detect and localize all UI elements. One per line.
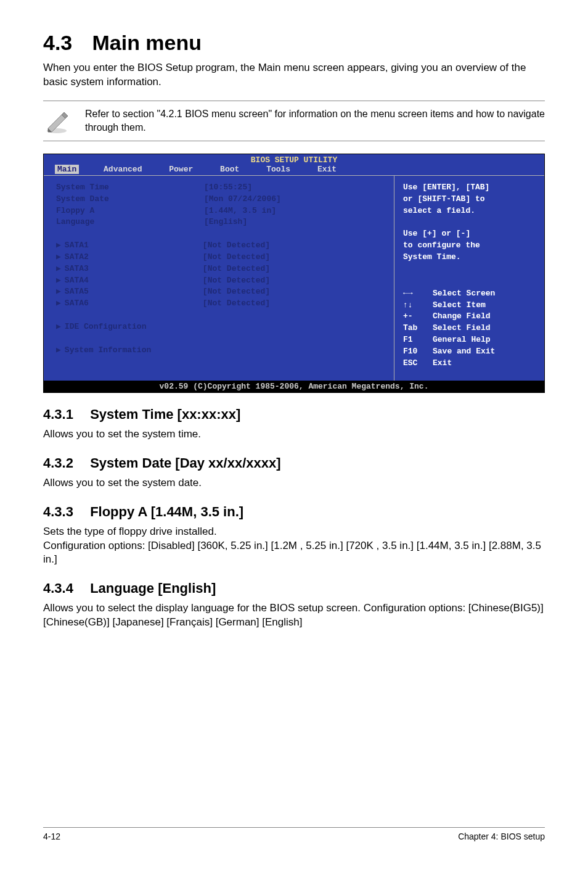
triangle-icon: ▶ [56, 345, 61, 355]
legend-desc: Select Item [433, 300, 486, 311]
legend-desc: Exit [433, 358, 452, 369]
sata-label[interactable]: SATA2 [65, 252, 203, 263]
triangle-icon: ▶ [56, 287, 61, 296]
field-label[interactable]: System Date [56, 194, 204, 205]
bios-help-text: Use [ENTER], [TAB] or [SHIFT-TAB] to sel… [403, 182, 536, 263]
section-number: 4.3 [43, 31, 86, 55]
bios-header: BIOS SETUP UTILITY [44, 154, 544, 165]
sata-label[interactable]: SATA6 [65, 298, 203, 310]
triangle-icon: ▶ [56, 252, 61, 262]
sata-value: [Not Detected] [203, 241, 270, 250]
legend-desc: Save and Exit [433, 346, 495, 358]
subsection-heading: 4.3.4 Language [English] [43, 580, 545, 596]
subsection-heading: 4.3.2 System Date [Day xx/xx/xxxx] [43, 455, 545, 471]
field-label[interactable]: System Time [56, 182, 204, 194]
legend-key: F1 [403, 334, 433, 346]
sata-value: [Not Detected] [203, 276, 270, 285]
subsection-number: 4.3.4 [43, 580, 86, 596]
subsection-title: System Date [Day xx/xx/xxxx] [90, 455, 280, 471]
pencil-icon [43, 107, 70, 134]
sata-value: [Not Detected] [203, 287, 270, 296]
sata-label[interactable]: SATA4 [65, 275, 203, 287]
bios-tab-tools[interactable]: Tools [264, 165, 293, 174]
triangle-icon: ▶ [56, 241, 61, 250]
submenu-sysinfo[interactable]: System Information [65, 345, 151, 355]
section-intro: When you enter the BIOS Setup program, t… [43, 61, 545, 89]
subsection-body: Allows you to select the display languag… [43, 601, 545, 630]
subsection-body: Allows you to set the system time. [43, 427, 545, 442]
subsection-title: Language [English] [90, 580, 216, 596]
triangle-icon: ▶ [56, 322, 61, 331]
legend-desc: Select Field [433, 323, 491, 334]
legend-key: Tab [403, 323, 433, 334]
field-value[interactable]: [Mon 07/24/2006] [204, 194, 281, 204]
bios-main-panel: System Time[10:55:25] System Date[Mon 07… [44, 176, 394, 381]
sata-value: [Not Detected] [203, 252, 270, 262]
legend-key: ←→ [403, 288, 433, 300]
chapter-label: Chapter 4: BIOS setup [458, 831, 545, 841]
sata-label[interactable]: SATA3 [65, 263, 203, 275]
note-text: Refer to section "4.2.1 BIOS menu screen… [85, 107, 545, 134]
subsection-number: 4.3.3 [43, 504, 86, 520]
field-value[interactable]: [English] [204, 217, 247, 226]
bios-tab-main[interactable]: Main [55, 165, 79, 174]
sata-label[interactable]: SATA5 [65, 286, 203, 298]
subsection-number: 4.3.1 [43, 406, 86, 423]
field-label[interactable]: Language [56, 217, 204, 228]
triangle-icon: ▶ [56, 276, 61, 285]
sata-label[interactable]: SATA1 [65, 240, 203, 252]
legend-desc: Select Screen [433, 288, 495, 300]
legend-key: +- [403, 311, 433, 323]
subsection-number: 4.3.2 [43, 455, 86, 471]
subsection-heading: 4.3.3 Floppy A [1.44M, 3.5 in.] [43, 504, 545, 520]
legend-desc: Change Field [433, 311, 491, 323]
triangle-icon: ▶ [56, 299, 61, 308]
bios-tab-boot[interactable]: Boot [218, 165, 242, 174]
bios-legend: ←→Select Screen ↑↓Select Item +-Change F… [403, 288, 536, 369]
subsection-body: Allows you to set the system date. [43, 476, 545, 490]
legend-key: F10 [403, 346, 433, 358]
bios-screen: BIOS SETUP UTILITY Main Advanced Power B… [43, 154, 545, 393]
field-label[interactable]: Floppy A [56, 205, 204, 217]
subsection-title: Floppy A [1.44M, 3.5 in.] [90, 504, 243, 519]
triangle-icon: ▶ [56, 264, 61, 273]
bios-tab-exit[interactable]: Exit [315, 165, 339, 174]
bios-footer: v02.59 (C)Copyright 1985-2006, American … [44, 381, 544, 392]
submenu-ide[interactable]: IDE Configuration [65, 322, 147, 331]
subsection-heading: 4.3.1 System Time [xx:xx:xx] [43, 406, 545, 423]
field-value[interactable]: [10:55:25] [204, 183, 252, 192]
bios-tab-advanced[interactable]: Advanced [101, 165, 144, 174]
legend-desc: General Help [433, 334, 491, 346]
page-number: 4-12 [43, 831, 60, 841]
bios-help-panel: Use [ENTER], [TAB] or [SHIFT-TAB] to sel… [394, 176, 544, 381]
legend-key: ↑↓ [403, 300, 433, 311]
section-heading: 4.3 Main menu [43, 31, 545, 55]
bios-tabs: Main Advanced Power Boot Tools Exit [44, 165, 544, 175]
note-box: Refer to section "4.2.1 BIOS menu screen… [43, 101, 545, 141]
bios-tab-power[interactable]: Power [166, 165, 195, 174]
subsection-title: System Time [xx:xx:xx] [90, 406, 240, 422]
page-footer: 4-12 Chapter 4: BIOS setup [43, 827, 545, 841]
section-title-text: Main menu [92, 31, 202, 54]
legend-key: ESC [403, 358, 433, 369]
subsection-body: Sets the type of floppy drive installed.… [43, 525, 545, 567]
sata-value: [Not Detected] [203, 264, 270, 273]
field-value[interactable]: [1.44M, 3.5 in] [204, 206, 276, 215]
sata-value: [Not Detected] [203, 299, 270, 308]
